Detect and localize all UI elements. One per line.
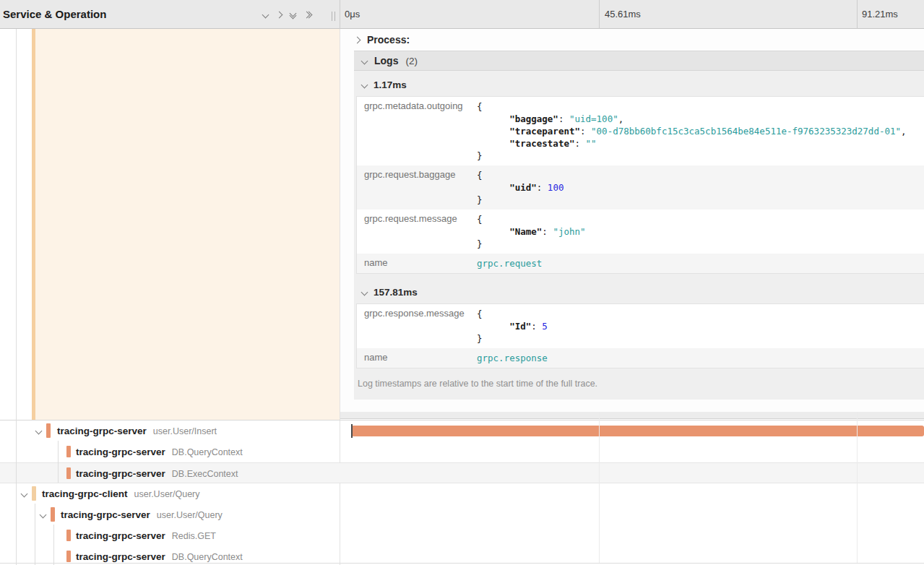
chevron-down-icon[interactable] bbox=[35, 428, 43, 435]
field-value: { "Name": "john"} bbox=[477, 210, 586, 254]
chevron-down-icon bbox=[361, 289, 368, 296]
field-key: name bbox=[357, 348, 477, 368]
service-name: tracing-grpc-clientuser.User/Query bbox=[42, 483, 200, 505]
table-row: name grpc.request bbox=[357, 254, 924, 273]
operation-name: user.User/Query bbox=[134, 489, 200, 499]
selected-span-highlight bbox=[32, 29, 340, 420]
field-key: grpc.request.message bbox=[357, 210, 477, 254]
logs-accordion-header[interactable]: Logs (2) bbox=[354, 51, 924, 71]
detail-panel-bottom-strip bbox=[340, 412, 924, 419]
expand-one-icon[interactable] bbox=[276, 11, 283, 18]
indent-guide bbox=[16, 420, 17, 565]
log-fields-table: grpc.metadata.outgoing { "baggage": "uid… bbox=[356, 96, 924, 274]
chevron-down-icon bbox=[361, 57, 368, 64]
span-row[interactable]: tracing-grpc-serveruser.User/Query bbox=[0, 504, 924, 525]
table-row: grpc.request.message { "Name": "john"} bbox=[357, 210, 924, 254]
tick-label-0: 0μs bbox=[345, 0, 360, 29]
table-row: grpc.request.baggage { "uid": 100} bbox=[357, 165, 924, 210]
field-key: name bbox=[357, 254, 477, 273]
column-splitter-grip[interactable] bbox=[332, 12, 335, 21]
field-key: grpc.metadata.outgoing bbox=[357, 97, 477, 165]
operation-name: user.User/Insert bbox=[153, 426, 217, 436]
operation-name: user.User/Query bbox=[157, 510, 223, 520]
span-color-chip bbox=[66, 551, 71, 562]
grid-line bbox=[599, 412, 600, 564]
field-value: grpc.response bbox=[477, 348, 548, 368]
field-value: { "Id": 5} bbox=[477, 304, 548, 348]
operation-name: DB.ExecContext bbox=[172, 469, 238, 479]
service-name: tracing-grpc-serveruser.User/Insert bbox=[57, 420, 217, 442]
tick-label-2: 91.21ms bbox=[862, 0, 898, 29]
span-row[interactable]: tracing-grpc-clientuser.User/Query bbox=[0, 483, 924, 504]
operation-name: DB.QueryContext bbox=[172, 447, 243, 457]
field-key: grpc.response.message bbox=[357, 304, 477, 348]
span-color-chip bbox=[66, 467, 71, 479]
span-color-chip bbox=[66, 446, 71, 457]
timeline-header: Service & Operation 0μs 45.61ms 91.21ms bbox=[0, 0, 924, 29]
span-color-chip bbox=[51, 507, 55, 522]
operation-name: DB.QueryContext bbox=[172, 552, 243, 562]
chevron-right-icon bbox=[354, 36, 361, 43]
indent-guide bbox=[53, 525, 54, 565]
expand-all-icon[interactable] bbox=[304, 12, 311, 17]
table-row: grpc.metadata.outgoing { "baggage": "uid… bbox=[357, 97, 924, 165]
service-name: tracing-grpc-serveruser.User/Query bbox=[61, 504, 223, 526]
log-entry-header[interactable]: 157.81ms bbox=[354, 285, 924, 303]
span-duration-bar[interactable] bbox=[351, 426, 924, 436]
tick-label-1: 45.61ms bbox=[605, 0, 641, 29]
field-key: grpc.request.baggage bbox=[357, 165, 477, 210]
tick-line-2 bbox=[857, 0, 858, 29]
rows-bottom-border bbox=[0, 563, 924, 564]
span-row[interactable]: tracing-grpc-serveruser.User/Insert bbox=[0, 420, 924, 441]
log-timestamp: 1.17ms bbox=[374, 79, 407, 90]
table-row: name grpc.response bbox=[357, 348, 924, 368]
process-accordion[interactable]: Process: bbox=[355, 29, 410, 51]
log-fields-table: grpc.response.message { "Id": 5} name gr… bbox=[356, 303, 924, 368]
span-row[interactable]: tracing-grpc-serverDB.ExecContext bbox=[0, 462, 924, 483]
logs-footnote: Log timestamps are relative to the start… bbox=[358, 379, 924, 389]
indent-guide bbox=[16, 29, 17, 420]
indent-guide bbox=[35, 504, 35, 565]
field-value: { "baggage": "uid=100", "traceparent": "… bbox=[477, 97, 907, 165]
span-color-chip bbox=[66, 530, 71, 541]
tick-line-0 bbox=[340, 0, 340, 29]
table-row: grpc.response.message { "Id": 5} bbox=[357, 304, 924, 348]
service-name: tracing-grpc-serverRedis.GET bbox=[76, 525, 216, 547]
log-timestamp: 157.81ms bbox=[374, 287, 418, 298]
chevron-down-icon[interactable] bbox=[40, 512, 47, 519]
trace-span-rows: tracing-grpc-serveruser.User/Insert trac… bbox=[0, 420, 924, 565]
indent-guide bbox=[58, 441, 59, 483]
chevron-down-icon[interactable] bbox=[21, 491, 28, 498]
logs-label: Logs bbox=[374, 55, 398, 66]
tick-line-1 bbox=[599, 0, 600, 29]
field-value: { "uid": 100} bbox=[477, 165, 564, 210]
service-name: tracing-grpc-serverDB.QueryContext bbox=[76, 441, 243, 463]
service-operation-title: Service & Operation bbox=[3, 0, 106, 29]
logs-body: 1.17ms grpc.metadata.outgoing { "baggage… bbox=[354, 71, 924, 400]
field-value: grpc.request bbox=[477, 254, 542, 273]
log-entry-header[interactable]: 1.17ms bbox=[354, 71, 924, 96]
chevron-down-icon bbox=[361, 82, 368, 89]
timeline-cell bbox=[340, 420, 924, 441]
grid-line bbox=[857, 412, 858, 564]
span-color-chip bbox=[46, 423, 51, 438]
service-name: tracing-grpc-serverDB.ExecContext bbox=[76, 463, 238, 485]
span-detail-panel: Process: Logs (2) 1.17ms grpc.metadata.o… bbox=[340, 29, 924, 412]
collapse-one-icon[interactable] bbox=[262, 11, 269, 18]
span-row[interactable]: tracing-grpc-serverRedis.GET bbox=[0, 525, 924, 546]
span-color-chip bbox=[32, 486, 36, 501]
collapse-all-icon[interactable] bbox=[290, 11, 295, 18]
logs-count: (2) bbox=[405, 56, 418, 66]
process-label: Process: bbox=[367, 34, 410, 46]
operation-name: Redis.GET bbox=[172, 531, 216, 541]
span-row[interactable]: tracing-grpc-serverDB.QueryContext bbox=[0, 441, 924, 462]
